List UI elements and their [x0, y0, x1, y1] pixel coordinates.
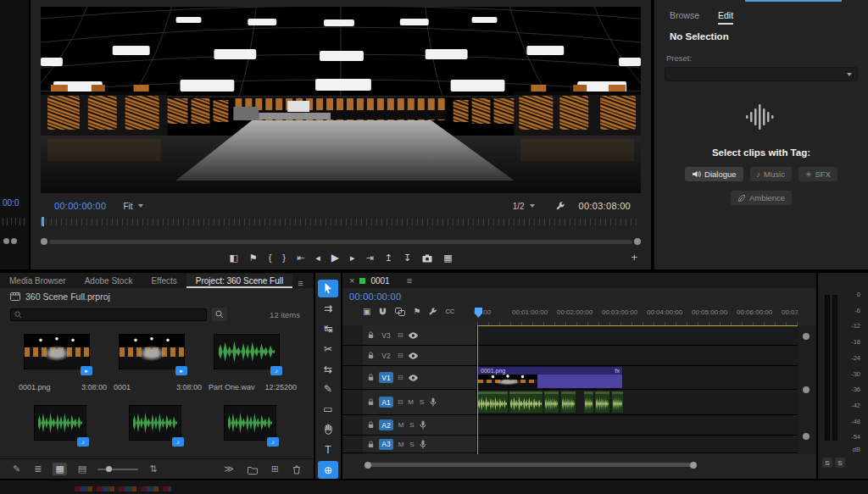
track-header-a1[interactable]: A1 ⊟ M S — [363, 390, 477, 414]
sequence-tab[interactable]: 0001 — [370, 276, 389, 286]
timeline-settings-wrench-icon[interactable] — [428, 307, 437, 316]
search-bin-button[interactable] — [212, 308, 227, 321]
scrollbar-knob[interactable] — [11, 238, 17, 244]
new-item-button[interactable]: ⊞ — [269, 463, 281, 475]
track-content-v3[interactable] — [477, 325, 816, 345]
lock-icon[interactable] — [367, 331, 375, 339]
item-name[interactable]: 0001 — [114, 383, 131, 391]
audio-clip[interactable] — [584, 391, 593, 413]
lock-icon[interactable] — [367, 352, 375, 359]
new-bin-button[interactable] — [245, 463, 260, 475]
step-forward-button[interactable]: ▸ — [348, 252, 357, 264]
lift-button[interactable]: ↥ — [383, 252, 394, 264]
rectangle-tool[interactable]: ▭ — [318, 401, 338, 419]
program-zoom-scrollbar[interactable] — [41, 237, 641, 246]
go-to-in-button[interactable]: ⇤ — [295, 252, 306, 264]
multicam-view-button[interactable]: ▦ — [442, 252, 453, 264]
lock-icon[interactable] — [367, 441, 375, 448]
track-content-a3[interactable] — [477, 436, 816, 452]
button-editor-button[interactable]: + — [629, 250, 639, 264]
nest-toggle-icon[interactable]: ▣ — [363, 307, 370, 316]
track-header-v3[interactable]: V3 ⊟ — [363, 325, 477, 345]
clip-0001-png[interactable]: 0001.png fx — [477, 366, 623, 389]
freeform-view-button[interactable]: ▤ — [75, 463, 89, 475]
audio-thumbnail[interactable]: ♪ — [214, 334, 280, 369]
playhead-line[interactable] — [477, 325, 478, 454]
project-item-0001[interactable]: ▸ 0001 3:08:00 — [112, 334, 207, 391]
preset-dropdown[interactable] — [665, 67, 858, 81]
track-target-badge[interactable]: A2 — [379, 419, 393, 430]
audio-clip[interactable] — [509, 391, 542, 413]
panel-menu-icon[interactable]: ≡ — [407, 275, 412, 286]
track-header-a3[interactable]: A3 M S — [363, 436, 477, 452]
solo-left-button[interactable]: S — [822, 458, 832, 468]
scrollbar-knob-right[interactable] — [634, 238, 641, 245]
mute-button[interactable]: M — [408, 398, 415, 406]
pen-tool[interactable]: ✎ — [318, 380, 338, 398]
project-item-0001png[interactable]: ▸ 0001.png 3:08:00 — [17, 334, 112, 391]
comparison-view-button[interactable]: ◧ — [227, 252, 239, 264]
track-header-v2[interactable]: V2 ⊟ — [363, 346, 477, 365]
zoom-slider-knob[interactable] — [106, 466, 112, 472]
hand-tool[interactable] — [318, 421, 338, 439]
extra-tool[interactable]: ⊕ — [318, 461, 338, 479]
ripple-edit-tool[interactable]: ↹ — [318, 320, 338, 338]
audio-clip[interactable] — [595, 391, 609, 413]
solo-button[interactable]: S — [409, 421, 415, 429]
captions-icon[interactable]: CC — [445, 308, 454, 315]
lock-icon[interactable] — [367, 421, 375, 429]
track-content-v1[interactable]: 0001.png fx — [477, 366, 816, 389]
snap-magnet-icon[interactable] — [378, 307, 387, 316]
project-item-audio-5[interactable]: ♪ — [112, 405, 207, 441]
tab-media-browser[interactable]: Media Browser — [0, 274, 75, 288]
icon-view-button[interactable]: ▦ — [53, 463, 66, 475]
program-mini-timeline[interactable] — [41, 217, 641, 227]
playhead-handle[interactable] — [475, 308, 482, 318]
step-back-button[interactable]: ◂ — [314, 252, 322, 264]
tab-browse[interactable]: Browse — [670, 10, 699, 25]
solo-button[interactable]: S — [419, 398, 426, 406]
scrollbar-thumb[interactable] — [364, 462, 697, 468]
add-marker-button[interactable]: ⚑ — [248, 252, 259, 264]
export-frame-button[interactable] — [420, 251, 434, 264]
program-playhead[interactable] — [42, 217, 44, 226]
video-thumbnail[interactable]: ▸ — [119, 334, 185, 369]
mute-button[interactable]: M — [398, 441, 404, 448]
mic-icon[interactable] — [420, 440, 426, 449]
audio-thumbnail[interactable]: ♪ — [129, 405, 181, 441]
scrollbar-knob-left[interactable] — [41, 238, 47, 245]
audio-thumbnail[interactable]: ♪ — [34, 405, 86, 441]
track-target-badge[interactable]: V2 — [379, 350, 393, 361]
project-item-audio-4[interactable]: ♪ — [17, 405, 112, 441]
add-marker-icon[interactable]: ⚑ — [413, 307, 420, 316]
track-target-badge[interactable]: A1 — [379, 397, 393, 408]
eye-icon[interactable] — [408, 332, 419, 339]
tag-sfx-button[interactable]: ✳ SFX — [798, 167, 837, 181]
razor-tool[interactable]: ✂ — [318, 340, 338, 358]
tab-project[interactable]: Project: 360 Scene Full — [186, 274, 292, 288]
delete-button[interactable] — [290, 463, 303, 475]
scrollbar-bar[interactable] — [371, 463, 690, 467]
vertical-scroll-knob[interactable] — [803, 433, 810, 440]
zoom-fit-dropdown[interactable]: Fit — [120, 201, 146, 212]
search-input[interactable] — [25, 310, 203, 319]
sync-lock-icon[interactable]: ⊟ — [398, 331, 403, 339]
track-header-a2[interactable]: A2 M S — [363, 415, 477, 435]
program-current-timecode[interactable]: 00:00:00:00 — [54, 201, 106, 211]
program-video-preview[interactable] — [41, 7, 641, 193]
type-tool[interactable]: T — [318, 441, 338, 458]
writable-pencil-button[interactable]: ✎ — [10, 463, 23, 475]
item-name[interactable]: 0001.png — [19, 383, 51, 391]
track-content-a2[interactable] — [477, 415, 816, 435]
eye-icon[interactable] — [408, 375, 419, 381]
video-thumbnail[interactable]: ▸ — [24, 334, 90, 369]
audio-clip[interactable] — [544, 391, 559, 413]
mic-icon[interactable] — [430, 397, 437, 407]
project-item-part-one-wav[interactable]: ♪ Part One.wav 12:25200 — [207, 334, 302, 391]
time-ruler[interactable]: :00:00 00:01:00:00 00:02:00:00 00:03:00:… — [474, 305, 798, 325]
track-header-v1[interactable]: V1 ⊟ — [363, 366, 477, 389]
lock-icon[interactable] — [367, 398, 375, 406]
sync-lock-icon[interactable]: ⊟ — [398, 374, 403, 381]
track-target-badge[interactable]: V1 — [379, 372, 393, 383]
scrollbar-track[interactable] — [49, 240, 632, 244]
